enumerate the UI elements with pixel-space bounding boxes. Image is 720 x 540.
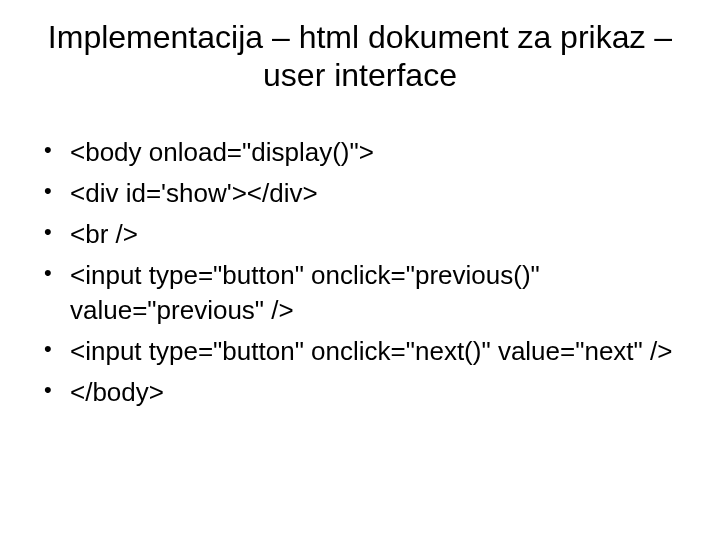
slide: Implementacija – html dokument za prikaz… [0, 0, 720, 446]
list-item: <body onload="display()"> [38, 135, 690, 170]
bullet-list: <body onload="display()"> <div id='show'… [38, 135, 690, 411]
list-item: <br /> [38, 217, 690, 252]
slide-title: Implementacija – html dokument za prikaz… [30, 18, 690, 95]
slide-content: <body onload="display()"> <div id='show'… [30, 135, 690, 411]
list-item: <div id='show'></div> [38, 176, 690, 211]
list-item: <input type="button" onclick="previous()… [38, 258, 690, 328]
list-item: </body> [38, 375, 690, 410]
list-item: <input type="button" onclick="next()" va… [38, 334, 690, 369]
